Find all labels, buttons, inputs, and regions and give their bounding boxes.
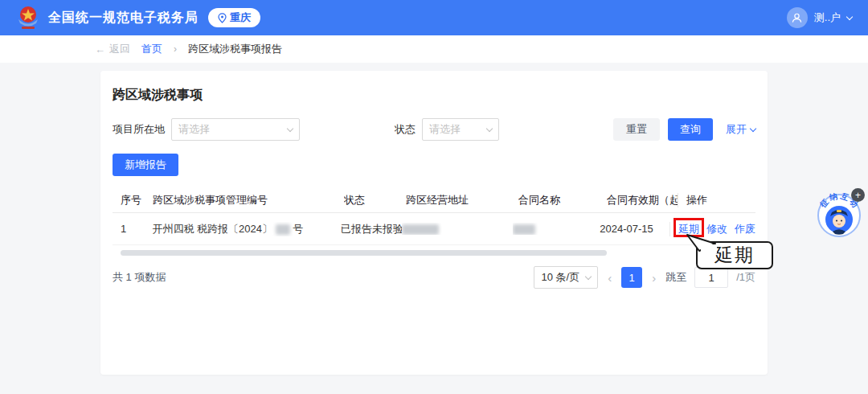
row-valid-from: 2024-07-15 (600, 223, 669, 235)
table-row: 1 开州四税 税跨报〔2024〕 号 已报告未报验 2024-07-15 延期 (113, 213, 755, 245)
table-header-row: 序号 跨区域涉税事项管理编号 状态 跨区经营地址 合同名称 合同有效期（起） 操… (113, 187, 755, 213)
user-avatar (787, 7, 808, 28)
total-count: 共 1 项数据 (113, 270, 166, 285)
filter-buttons: 重置 查询 展开 (613, 118, 755, 141)
void-link[interactable]: 作废 (735, 222, 755, 236)
filter-row: 项目所在地 请选择 状态 请选择 重置 查询 展开 (113, 118, 755, 141)
col-header-contract: 合同名称 (518, 193, 607, 207)
callout-text: 延期 (714, 243, 755, 268)
redacted-contract-name (513, 224, 535, 235)
prev-page-button[interactable]: ‹ (606, 271, 613, 285)
person-icon (791, 12, 803, 24)
chevron-down-icon (287, 125, 293, 131)
col-header-index: 序号 (113, 193, 153, 207)
page-size-select[interactable]: 10 条/页 (534, 266, 598, 289)
filter-label-status: 状态 (395, 122, 416, 137)
row-report-id: 开州四税 税跨报〔2024〕 号 (152, 222, 341, 236)
user-menu[interactable]: 测..户 (787, 7, 852, 28)
filter-label-project-location: 项目所在地 (113, 122, 165, 137)
col-header-address: 跨区经营地址 (406, 193, 518, 207)
report-table: 序号 跨区域涉税事项管理编号 状态 跨区经营地址 合同名称 合同有效期（起） 操… (113, 187, 755, 256)
defer-action-wrap: 延期 延期 (678, 222, 699, 236)
next-page-button[interactable]: › (650, 271, 657, 285)
breadcrumb: ← 返回 首页 › 跨区域涉税事项报告 (0, 35, 868, 63)
expand-label: 展开 (726, 122, 747, 137)
main-content: 跨区域涉税事项 项目所在地 请选择 状态 请选择 重置 查询 展开 (0, 63, 868, 394)
jump-page-input[interactable] (694, 267, 728, 288)
app-title: 全国统一规范电子税务局 (48, 10, 199, 27)
redacted-id-number (276, 224, 290, 235)
search-button[interactable]: 查询 (668, 118, 713, 141)
row-status: 已报告未报验 (341, 222, 402, 236)
assistant-float-button[interactable]: + 征纳互动 (817, 188, 865, 238)
page-number-active[interactable]: 1 (621, 267, 642, 288)
chevron-down-icon (750, 125, 756, 131)
project-location-select[interactable]: 请选择 (171, 118, 300, 141)
horizontal-scrollbar[interactable] (121, 250, 607, 256)
breadcrumb-current: 跨区域涉税事项报告 (188, 42, 282, 56)
page: { "header": { "title": "全国统一规范电子税务局", "l… (0, 0, 868, 394)
row-index: 1 (113, 223, 152, 235)
chevron-down-icon (846, 13, 853, 19)
jump-label: 跳至 (665, 270, 686, 285)
project-location-placeholder: 请选择 (178, 122, 210, 137)
content-card: 跨区域涉税事项 项目所在地 请选择 状态 请选择 重置 查询 展开 (100, 71, 768, 375)
col-header-valid-from: 合同有效期（起） (607, 193, 678, 207)
report-id-prefix: 开州四税 税跨报〔2024〕 (152, 223, 272, 235)
page-size-value: 10 条/页 (541, 270, 579, 285)
redacted-address (402, 224, 439, 235)
row-contract-name (513, 223, 600, 235)
status-placeholder: 请选择 (429, 122, 461, 137)
row-address (402, 223, 513, 235)
report-id-suffix: 号 (293, 223, 303, 235)
assistant-badge[interactable]: + (851, 188, 865, 202)
chevron-down-icon (486, 125, 493, 131)
action-row: 新增报告 (113, 154, 755, 176)
reset-button[interactable]: 重置 (613, 118, 660, 141)
expand-toggle[interactable]: 展开 (726, 122, 755, 137)
col-header-actions: 操作 (678, 193, 755, 207)
location-pin-icon (218, 13, 227, 23)
jump-suffix: /1页 (736, 270, 755, 285)
user-name: 测..户 (814, 10, 841, 25)
pagination: 10 条/页 ‹ 1 › 跳至 /1页 (534, 266, 755, 289)
location-label: 重庆 (230, 10, 251, 25)
page-title: 跨区域涉税事项 (113, 87, 755, 104)
back-arrow-icon: ← (95, 43, 105, 55)
status-select[interactable]: 请选择 (422, 118, 499, 141)
table-footer: 共 1 项数据 10 条/页 ‹ 1 › 跳至 /1页 (113, 266, 755, 289)
add-report-button[interactable]: 新增报告 (113, 154, 178, 176)
chevron-down-icon (585, 273, 592, 279)
callout-tail (685, 232, 717, 253)
zoom-callout-bubble: 延期 (696, 241, 773, 269)
breadcrumb-separator: › (174, 43, 177, 55)
row-actions: 延期 延期 修改 作废 (669, 222, 755, 236)
back-button[interactable]: ← 返回 (95, 42, 130, 56)
tax-bureau-emblem-icon (16, 5, 40, 31)
breadcrumb-home-link[interactable]: 首页 (141, 42, 162, 56)
top-header-bar: 全国统一规范电子税务局 重庆 测..户 (0, 0, 868, 35)
col-header-status: 状态 (344, 193, 406, 207)
location-selector[interactable]: 重庆 (208, 8, 260, 27)
back-label: 返回 (109, 42, 130, 56)
col-header-id: 跨区域涉税事项管理编号 (153, 193, 344, 207)
